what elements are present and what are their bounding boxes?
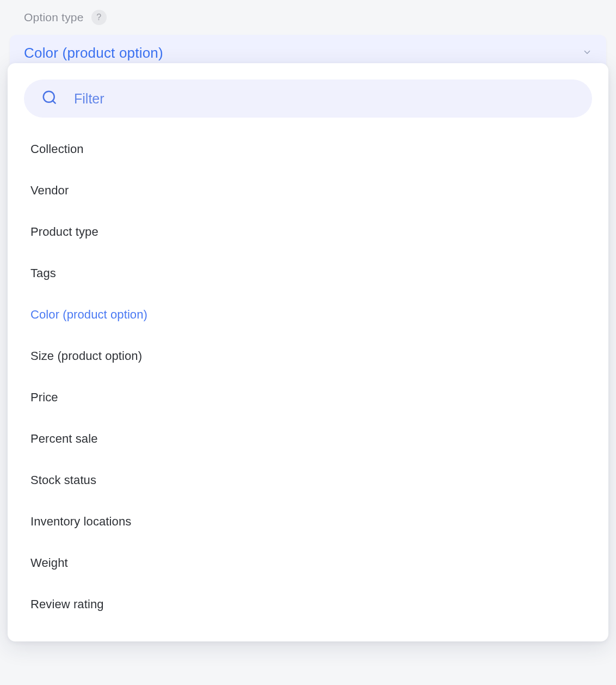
option-price[interactable]: Price [30, 377, 586, 418]
option-stock-status[interactable]: Stock status [30, 460, 586, 501]
search-icon [41, 89, 58, 108]
option-size[interactable]: Size (product option) [30, 335, 586, 377]
option-weight[interactable]: Weight [30, 542, 586, 584]
option-vendor[interactable]: Vendor [30, 170, 586, 211]
option-type-dropdown: Collection Vendor Product type Tags Colo… [8, 63, 608, 641]
option-color[interactable]: Color (product option) [30, 294, 586, 335]
filter-row[interactable] [24, 79, 592, 118]
option-review-rating[interactable]: Review rating [30, 584, 586, 625]
chevron-down-icon [582, 47, 592, 59]
field-label: Option type [24, 11, 84, 24]
option-collection[interactable]: Collection [30, 129, 586, 170]
filter-input[interactable] [74, 91, 575, 107]
select-value: Color (product option) [24, 45, 163, 62]
help-icon[interactable]: ? [91, 10, 107, 25]
field-label-row: Option type ? [0, 0, 616, 25]
option-percent-sale[interactable]: Percent sale [30, 418, 586, 460]
option-product-type[interactable]: Product type [30, 211, 586, 253]
option-inventory-locations[interactable]: Inventory locations [30, 501, 586, 542]
option-tags[interactable]: Tags [30, 253, 586, 294]
options-list: Collection Vendor Product type Tags Colo… [24, 129, 592, 625]
svg-line-1 [53, 101, 56, 103]
